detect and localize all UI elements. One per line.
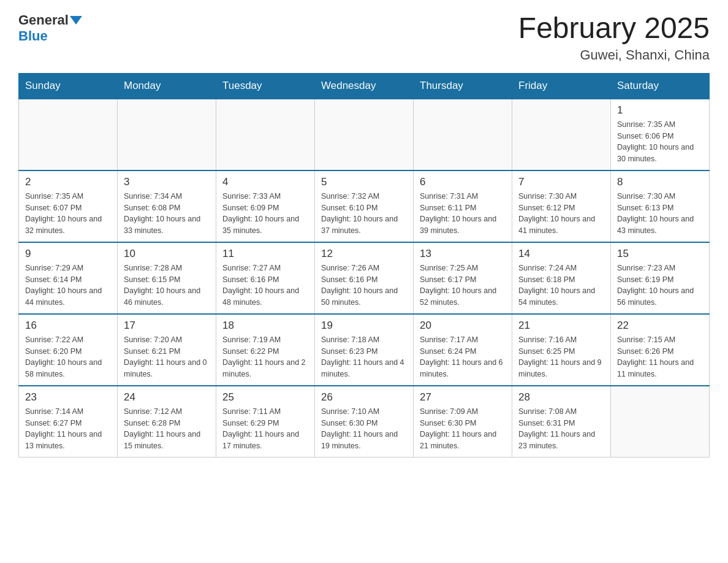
calendar-day-header: Monday bbox=[118, 73, 216, 99]
day-number: 3 bbox=[124, 176, 210, 188]
calendar-week-row: 2Sunrise: 7:35 AMSunset: 6:07 PMDaylight… bbox=[19, 170, 710, 242]
calendar-day-cell bbox=[512, 99, 611, 170]
day-info: Sunrise: 7:32 AMSunset: 6:10 PMDaylight:… bbox=[321, 191, 407, 237]
day-info: Sunrise: 7:17 AMSunset: 6:24 PMDaylight:… bbox=[420, 334, 506, 380]
day-number: 1 bbox=[617, 104, 703, 117]
day-info: Sunrise: 7:18 AMSunset: 6:23 PMDaylight:… bbox=[321, 334, 407, 380]
day-number: 18 bbox=[222, 320, 308, 332]
calendar-day-cell: 25Sunrise: 7:11 AMSunset: 6:29 PMDayligh… bbox=[216, 386, 315, 458]
day-info: Sunrise: 7:26 AMSunset: 6:16 PMDaylight:… bbox=[321, 262, 407, 308]
day-number: 19 bbox=[321, 320, 407, 332]
calendar-day-cell: 4Sunrise: 7:33 AMSunset: 6:09 PMDaylight… bbox=[216, 170, 315, 242]
calendar-table: SundayMondayTuesdayWednesdayThursdayFrid… bbox=[18, 73, 710, 458]
calendar-day-cell: 23Sunrise: 7:14 AMSunset: 6:27 PMDayligh… bbox=[19, 386, 118, 458]
calendar-day-cell: 7Sunrise: 7:30 AMSunset: 6:12 PMDaylight… bbox=[512, 170, 611, 242]
calendar-day-cell: 24Sunrise: 7:12 AMSunset: 6:28 PMDayligh… bbox=[118, 386, 216, 458]
calendar-day-cell bbox=[414, 99, 512, 170]
logo-blue-text: Blue bbox=[18, 28, 48, 44]
logo-triangle-icon bbox=[70, 16, 82, 25]
day-number: 17 bbox=[124, 320, 210, 332]
calendar-day-header: Sunday bbox=[19, 73, 118, 99]
calendar-day-cell: 11Sunrise: 7:27 AMSunset: 6:16 PMDayligh… bbox=[216, 242, 315, 314]
title-block: February 2025 Guwei, Shanxi, China bbox=[518, 12, 710, 63]
calendar-header-row: SundayMondayTuesdayWednesdayThursdayFrid… bbox=[19, 73, 710, 99]
day-info: Sunrise: 7:10 AMSunset: 6:30 PMDaylight:… bbox=[321, 406, 407, 452]
day-info: Sunrise: 7:11 AMSunset: 6:29 PMDaylight:… bbox=[222, 406, 308, 452]
day-info: Sunrise: 7:33 AMSunset: 6:09 PMDaylight:… bbox=[222, 191, 308, 237]
calendar-day-cell: 18Sunrise: 7:19 AMSunset: 6:22 PMDayligh… bbox=[216, 314, 315, 386]
calendar-day-cell: 8Sunrise: 7:30 AMSunset: 6:13 PMDaylight… bbox=[611, 170, 710, 242]
day-number: 5 bbox=[321, 176, 407, 188]
calendar-day-cell: 20Sunrise: 7:17 AMSunset: 6:24 PMDayligh… bbox=[414, 314, 512, 386]
calendar-day-cell: 27Sunrise: 7:09 AMSunset: 6:30 PMDayligh… bbox=[414, 386, 512, 458]
day-info: Sunrise: 7:20 AMSunset: 6:21 PMDaylight:… bbox=[124, 334, 210, 380]
day-info: Sunrise: 7:22 AMSunset: 6:20 PMDaylight:… bbox=[25, 334, 111, 380]
day-info: Sunrise: 7:14 AMSunset: 6:27 PMDaylight:… bbox=[25, 406, 111, 452]
calendar-day-cell bbox=[315, 99, 414, 170]
calendar-day-cell: 28Sunrise: 7:08 AMSunset: 6:31 PMDayligh… bbox=[512, 386, 611, 458]
day-info: Sunrise: 7:09 AMSunset: 6:30 PMDaylight:… bbox=[420, 406, 506, 452]
day-info: Sunrise: 7:29 AMSunset: 6:14 PMDaylight:… bbox=[25, 262, 111, 308]
day-number: 6 bbox=[420, 176, 506, 188]
day-number: 2 bbox=[25, 176, 111, 188]
logo: General Blue bbox=[18, 12, 83, 44]
day-info: Sunrise: 7:28 AMSunset: 6:15 PMDaylight:… bbox=[124, 262, 210, 308]
day-info: Sunrise: 7:25 AMSunset: 6:17 PMDaylight:… bbox=[420, 262, 506, 308]
logo-general-text: General bbox=[18, 12, 69, 28]
calendar-day-header: Thursday bbox=[414, 73, 512, 99]
calendar-day-cell bbox=[19, 99, 118, 170]
day-number: 21 bbox=[518, 320, 604, 332]
calendar-day-cell: 10Sunrise: 7:28 AMSunset: 6:15 PMDayligh… bbox=[118, 242, 216, 314]
calendar-day-cell: 6Sunrise: 7:31 AMSunset: 6:11 PMDaylight… bbox=[414, 170, 512, 242]
day-number: 8 bbox=[617, 176, 703, 188]
calendar-day-cell: 14Sunrise: 7:24 AMSunset: 6:18 PMDayligh… bbox=[512, 242, 611, 314]
day-number: 12 bbox=[321, 248, 407, 260]
day-info: Sunrise: 7:34 AMSunset: 6:08 PMDaylight:… bbox=[124, 191, 210, 237]
day-number: 20 bbox=[420, 320, 506, 332]
calendar-day-cell: 26Sunrise: 7:10 AMSunset: 6:30 PMDayligh… bbox=[315, 386, 414, 458]
day-info: Sunrise: 7:27 AMSunset: 6:16 PMDaylight:… bbox=[222, 262, 308, 308]
calendar-week-row: 9Sunrise: 7:29 AMSunset: 6:14 PMDaylight… bbox=[19, 242, 710, 314]
day-number: 10 bbox=[124, 248, 210, 260]
calendar-day-header: Friday bbox=[512, 73, 611, 99]
day-info: Sunrise: 7:30 AMSunset: 6:12 PMDaylight:… bbox=[518, 191, 604, 237]
calendar-day-cell: 2Sunrise: 7:35 AMSunset: 6:07 PMDaylight… bbox=[19, 170, 118, 242]
day-number: 24 bbox=[124, 391, 210, 404]
calendar-day-cell: 5Sunrise: 7:32 AMSunset: 6:10 PMDaylight… bbox=[315, 170, 414, 242]
day-number: 28 bbox=[518, 391, 604, 404]
day-number: 9 bbox=[25, 248, 111, 260]
page-header: General Blue February 2025 Guwei, Shanxi… bbox=[18, 12, 710, 63]
day-info: Sunrise: 7:35 AMSunset: 6:06 PMDaylight:… bbox=[617, 119, 703, 165]
day-number: 26 bbox=[321, 391, 407, 404]
calendar-week-row: 16Sunrise: 7:22 AMSunset: 6:20 PMDayligh… bbox=[19, 314, 710, 386]
calendar-day-cell: 21Sunrise: 7:16 AMSunset: 6:25 PMDayligh… bbox=[512, 314, 611, 386]
day-info: Sunrise: 7:08 AMSunset: 6:31 PMDaylight:… bbox=[518, 406, 604, 452]
day-number: 23 bbox=[25, 391, 111, 404]
day-info: Sunrise: 7:23 AMSunset: 6:19 PMDaylight:… bbox=[617, 262, 703, 308]
calendar-day-cell: 9Sunrise: 7:29 AMSunset: 6:14 PMDaylight… bbox=[19, 242, 118, 314]
calendar-day-header: Tuesday bbox=[216, 73, 315, 99]
calendar-day-header: Wednesday bbox=[315, 73, 414, 99]
calendar-day-cell: 1Sunrise: 7:35 AMSunset: 6:06 PMDaylight… bbox=[611, 99, 710, 170]
day-number: 4 bbox=[222, 176, 308, 188]
day-number: 11 bbox=[222, 248, 308, 260]
day-number: 25 bbox=[222, 391, 308, 404]
calendar-day-cell: 3Sunrise: 7:34 AMSunset: 6:08 PMDaylight… bbox=[118, 170, 216, 242]
month-title: February 2025 bbox=[518, 12, 710, 45]
day-number: 16 bbox=[25, 320, 111, 332]
calendar-day-header: Saturday bbox=[611, 73, 710, 99]
calendar-day-cell: 13Sunrise: 7:25 AMSunset: 6:17 PMDayligh… bbox=[414, 242, 512, 314]
calendar-day-cell: 16Sunrise: 7:22 AMSunset: 6:20 PMDayligh… bbox=[19, 314, 118, 386]
day-info: Sunrise: 7:35 AMSunset: 6:07 PMDaylight:… bbox=[25, 191, 111, 237]
day-info: Sunrise: 7:12 AMSunset: 6:28 PMDaylight:… bbox=[124, 406, 210, 452]
location-subtitle: Guwei, Shanxi, China bbox=[518, 47, 710, 63]
day-info: Sunrise: 7:31 AMSunset: 6:11 PMDaylight:… bbox=[420, 191, 506, 237]
calendar-day-cell: 15Sunrise: 7:23 AMSunset: 6:19 PMDayligh… bbox=[611, 242, 710, 314]
calendar-week-row: 1Sunrise: 7:35 AMSunset: 6:06 PMDaylight… bbox=[19, 99, 710, 170]
day-info: Sunrise: 7:19 AMSunset: 6:22 PMDaylight:… bbox=[222, 334, 308, 380]
calendar-day-cell: 19Sunrise: 7:18 AMSunset: 6:23 PMDayligh… bbox=[315, 314, 414, 386]
calendar-day-cell bbox=[216, 99, 315, 170]
calendar-day-cell: 22Sunrise: 7:15 AMSunset: 6:26 PMDayligh… bbox=[611, 314, 710, 386]
day-info: Sunrise: 7:30 AMSunset: 6:13 PMDaylight:… bbox=[617, 191, 703, 237]
day-info: Sunrise: 7:24 AMSunset: 6:18 PMDaylight:… bbox=[518, 262, 604, 308]
